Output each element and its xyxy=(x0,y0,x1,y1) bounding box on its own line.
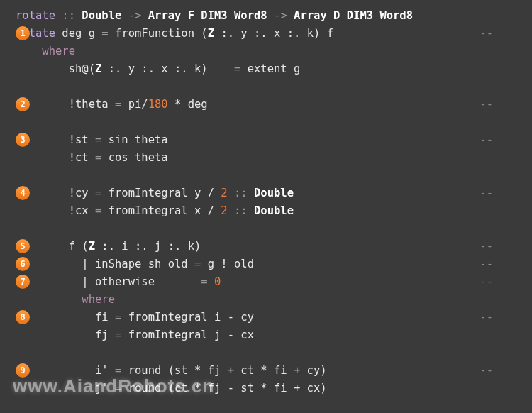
code-token: = xyxy=(95,204,101,217)
code-token: = xyxy=(115,311,121,324)
comment-dash: -- xyxy=(480,309,493,326)
code-line: fj = fromIntegral j - cx xyxy=(16,326,532,344)
code-token: = xyxy=(201,275,207,288)
code-token: = xyxy=(95,187,101,199)
code-line: where xyxy=(16,291,532,309)
comment-dash: -- xyxy=(480,96,493,114)
code-token: deg g xyxy=(62,27,95,40)
code-line: !st = sin theta--3 xyxy=(16,131,532,149)
code-token: 180 xyxy=(148,98,168,111)
code-token: 2 xyxy=(221,187,227,199)
code-token xyxy=(121,9,128,22)
comment-dash: -- xyxy=(480,238,493,255)
comment-dash: -- xyxy=(480,273,493,291)
code-token xyxy=(287,9,294,22)
code-token: = xyxy=(234,62,240,75)
code-line xyxy=(16,114,532,131)
code-token: fromIntegral i - cy xyxy=(121,311,254,324)
code-token: Array F DIM3 Word8 xyxy=(148,9,267,22)
code-token: :: xyxy=(234,204,248,217)
code-token xyxy=(248,204,254,217)
code-token xyxy=(16,116,22,128)
code-token: !ct xyxy=(16,151,95,164)
code-token xyxy=(16,45,42,57)
code-token: fromFunction ( xyxy=(115,27,208,40)
code-line: rotate :: Double -> Array F DIM3 Word8 -… xyxy=(16,7,532,25)
code-token: cos theta xyxy=(101,151,167,164)
code-token xyxy=(248,187,254,199)
code-token: 0 xyxy=(214,275,221,288)
code-token xyxy=(267,9,274,22)
code-token xyxy=(16,346,22,359)
code-token: rotate xyxy=(16,9,55,22)
code-line: j' = round (ct * fj - st * fi + cx) xyxy=(16,380,532,397)
code-line xyxy=(16,220,532,238)
code-token xyxy=(109,27,115,40)
code-token: Double xyxy=(82,9,121,22)
code-token: = xyxy=(95,151,101,164)
code-token: :: xyxy=(62,9,75,22)
code-token: !cx xyxy=(16,204,95,217)
comment-dash: -- xyxy=(480,255,493,273)
code-token xyxy=(55,9,62,22)
code-token xyxy=(16,293,82,306)
code-token xyxy=(16,80,22,93)
code-token: :: xyxy=(234,187,248,199)
comment-dash: -- xyxy=(480,185,493,202)
code-token: -> xyxy=(128,9,142,22)
callout-badge: 2 xyxy=(16,97,30,111)
code-token: sh@( xyxy=(16,62,95,75)
code-token xyxy=(141,9,148,22)
code-token xyxy=(228,204,234,217)
code-token: pi/ xyxy=(121,98,148,111)
code-line xyxy=(16,344,532,362)
code-line: i' = round (st * fj + ct * fi + cy)--9 xyxy=(16,362,532,380)
code-line: !cx = fromIntegral x / 2 :: Double xyxy=(16,202,532,220)
code-token: = xyxy=(101,27,108,40)
code-token: where xyxy=(42,45,75,57)
callout-badge: 8 xyxy=(16,310,30,324)
code-token: round (st * fj + ct * fi + cy) xyxy=(121,364,326,377)
code-token xyxy=(95,27,101,40)
code-token xyxy=(16,222,22,235)
code-token xyxy=(228,187,234,199)
callout-badge: 6 xyxy=(16,257,30,271)
code-token: = xyxy=(194,258,201,270)
code-token: = xyxy=(115,364,121,377)
code-line: f (Z :. i :. j :. k)--5 xyxy=(16,238,532,255)
code-token: * deg xyxy=(168,98,208,111)
code-token: | inShape sh old xyxy=(16,258,194,270)
callout-badge: 1 xyxy=(16,26,30,40)
code-line xyxy=(16,167,532,185)
code-line: where xyxy=(16,43,532,60)
code-line: | inShape sh old = g ! old--6 xyxy=(16,255,532,273)
code-line xyxy=(16,397,532,413)
code-token: Array D DIM3 Word8 xyxy=(294,9,413,22)
comment-dash: -- xyxy=(480,362,493,380)
code-token: round (ct * fj - st * fi + cx) xyxy=(121,382,326,395)
code-token: -> xyxy=(274,9,287,22)
code-token: extent g xyxy=(240,62,300,75)
code-token xyxy=(16,400,22,412)
code-token xyxy=(208,275,214,288)
code-token: = xyxy=(95,133,101,146)
code-block: rotate :: Double -> Array F DIM3 Word8 -… xyxy=(16,7,532,413)
code-token: :. y :. x :. k) xyxy=(101,62,234,75)
code-line: !theta = pi/180 * deg--2 xyxy=(16,96,532,114)
code-token xyxy=(16,169,22,182)
code-token: Double xyxy=(254,187,294,199)
code-token: Z xyxy=(89,240,95,253)
comment-dash: -- xyxy=(480,131,493,149)
callout-badge: 9 xyxy=(16,363,30,378)
callout-badge: 7 xyxy=(16,275,30,289)
code-token: fj xyxy=(16,329,115,341)
code-token: = xyxy=(115,329,121,341)
code-token: i' xyxy=(16,364,115,377)
code-token: fi xyxy=(16,311,115,324)
code-token: !theta xyxy=(16,98,115,111)
callout-badge: 3 xyxy=(16,133,30,147)
code-token: fromIntegral y / xyxy=(101,187,221,199)
code-line: | otherwise = 0--7 xyxy=(16,273,532,291)
code-token: = xyxy=(115,98,121,111)
code-token: j' xyxy=(16,382,115,395)
